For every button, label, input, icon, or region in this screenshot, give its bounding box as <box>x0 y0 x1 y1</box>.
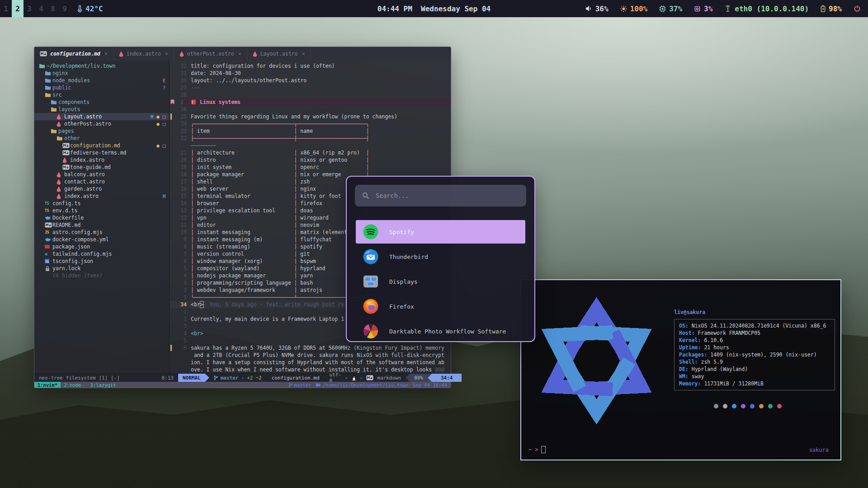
fetch-value: 11731MiB / 31280MiB <box>701 380 763 387</box>
brightness-widget[interactable]: 100% <box>620 5 648 13</box>
tree-item-fediverse-terms.md[interactable]: fediverse-terms.md <box>34 149 169 156</box>
workspace-3[interactable]: 3 <box>24 0 35 17</box>
tmux-window-1[interactable]: 1:nvim* <box>34 382 61 388</box>
close-icon[interactable]: × <box>238 51 241 57</box>
tree-item-index.astro[interactable]: index.astro <box>34 156 169 164</box>
gpu-widget[interactable]: 3% <box>694 5 712 13</box>
editor-line: 6sakura has a Ryzen 5 7640U, 32GB of DDR… <box>170 344 451 352</box>
close-icon[interactable]: × <box>165 51 168 57</box>
launcher-entry-firefox[interactable]: Firefox <box>356 295 525 318</box>
tree-item-contact.astro[interactable]: contact.astro <box>34 178 169 185</box>
tmux-window-3[interactable]: 3:lazygit <box>87 382 119 388</box>
fetch-label: Packages: <box>679 352 707 358</box>
tree-item-README.md[interactable]: README.md <box>34 221 169 229</box>
tree-item-config.ts[interactable]: TSconfig.ts <box>34 200 169 207</box>
tab-Layout.astro[interactable]: Layout.astro× <box>247 47 311 61</box>
tree-item--Development-liv.town[interactable]: ~/Development/liv.town <box>34 62 169 70</box>
tab-configuration.md[interactable]: configuration.md× <box>34 47 113 61</box>
tree-item-pages[interactable]: pages <box>34 127 169 135</box>
launcher-entry-spotify[interactable]: Spotify <box>356 220 525 244</box>
editor-line: ove. I use Nix when I need software with… <box>170 366 451 373</box>
close-icon[interactable]: × <box>302 51 305 57</box>
tree-item-otherPost.astro[interactable]: otherPost.astro●□ <box>34 120 169 127</box>
temperature-widget[interactable]: 42°C <box>77 5 103 13</box>
fetch-value: 6.10.6 <box>701 337 722 343</box>
tree-item-docker-compose.yml[interactable]: docker-compose.yml <box>34 236 169 243</box>
line-text: │ instant messaging │ matrix (element) │ <box>191 229 369 236</box>
tab-otherPost.astro[interactable]: otherPost.astro× <box>174 47 247 61</box>
tree-item-badges: ? <box>163 85 165 90</box>
astro-icon <box>57 121 64 127</box>
fetch-info-box: OS: NixOS 24.11.20240828.71e91c4 (Vicuna… <box>674 319 835 390</box>
workspace-2[interactable]: 2 <box>12 0 24 17</box>
launcher-entry-thunderbird[interactable]: Thunderbird <box>356 245 525 268</box>
power-button[interactable] <box>854 5 861 12</box>
tree-item-env.d.ts[interactable]: TSenv.d.ts <box>34 207 169 214</box>
editor-line: 31date: 2024-08-30 <box>170 70 451 77</box>
tree-item-configuration.md[interactable]: configuration.md●□ <box>34 142 169 149</box>
tree-item-Layout.astro[interactable]: Layout.astroH●□ <box>34 113 169 120</box>
tree-item--6-hidden-items-[interactable]: (6 hidden items) <box>34 272 169 279</box>
fetch-value: 1409 (nix-system), 2590 (nix-user) <box>707 352 816 358</box>
tree-item-package.json[interactable]: package.json <box>34 243 169 250</box>
fetch-label: Shell: <box>679 359 698 365</box>
battery-widget[interactable]: 98% <box>821 5 842 13</box>
line-number: 20 <box>170 156 187 164</box>
workspace-4[interactable]: 4 <box>35 0 47 17</box>
tmux-window-2[interactable]: 2:node- <box>61 382 87 388</box>
tab-label: otherPost.astro <box>187 51 234 57</box>
terminal-window[interactable]: liv@sakura OS: NixOS 24.11.20240828.71e9… <box>520 279 841 460</box>
md-icon <box>45 222 52 228</box>
tree-item-label: package.json <box>52 244 90 250</box>
tree-item-astro.config.mjs[interactable]: JSastro.config.mjs <box>34 229 169 236</box>
fetch-line-uptime: Uptime: 21 hours <box>679 344 830 351</box>
file-tree[interactable]: ~/Development/liv.townnginxnode_modulesE… <box>34 61 170 373</box>
astro-icon <box>57 179 64 185</box>
tab-index.astro[interactable]: index.astro× <box>113 47 174 61</box>
line-number: 21 <box>170 149 187 156</box>
workspace-1[interactable]: 1 <box>0 0 12 17</box>
launcher-search[interactable] <box>355 185 526 206</box>
tree-item-garden.astro[interactable]: garden.astro <box>34 185 169 192</box>
tree-item-label: components <box>58 99 90 105</box>
tree-item-layouts[interactable]: layouts <box>34 106 169 113</box>
fetch-value: 21 hours <box>701 344 729 351</box>
fetch-value: NixOS 24.11.20240828.71e91c4 (Vicuna) x8… <box>689 323 826 329</box>
cpu-widget[interactable]: 37% <box>659 5 682 13</box>
tree-item-label: pages <box>58 128 74 134</box>
astro-icon <box>57 114 64 120</box>
close-icon[interactable]: × <box>104 51 108 57</box>
tree-item-src[interactable]: src <box>34 91 169 99</box>
tree-item-label: public <box>52 84 71 91</box>
chevron-right-icon: › <box>241 375 245 381</box>
tree-item-tone-guide.md[interactable]: tone-guide.md <box>34 164 169 171</box>
tree-item-tsconfig.json[interactable]: TStsconfig.json <box>34 258 169 265</box>
workspace-9[interactable]: 9 <box>59 0 71 17</box>
launcher-entry-displays[interactable]: Displays <box>356 270 525 293</box>
tree-item-node-modules[interactable]: node_modulesE <box>34 77 169 84</box>
line-text: │ privilege escalation tool │ doas │ <box>191 207 369 214</box>
search-input[interactable] <box>375 192 519 200</box>
git-change-sign <box>170 345 172 351</box>
tree-item-components[interactable]: components <box>34 99 169 106</box>
tree-item-yarn.lock[interactable]: yarn.lock <box>34 265 169 272</box>
tree-item-nginx[interactable]: nginx <box>34 70 169 77</box>
tree-item-balcony.astro[interactable]: balcony.astro <box>34 171 169 178</box>
tree-item-label: astro.config.mjs <box>52 229 103 235</box>
volume-widget[interactable]: 36% <box>585 5 609 13</box>
launcher-entry-darktable[interactable]: Darktable Photo Workflow Software <box>356 319 525 342</box>
line-number: 17 <box>170 178 187 185</box>
workspace-8[interactable]: 8 <box>47 0 59 17</box>
fetch-user-host: liv@sakura <box>674 309 835 315</box>
network-widget[interactable]: eth0 (10.0.0.140) <box>724 5 809 13</box>
line-text: │ architecture │ x86_64 (rip m2 pro) │ <box>191 149 369 156</box>
md-icon <box>62 150 70 155</box>
tree-item-tailwind.config.mjs[interactable]: ≈tailwind.config.mjs <box>34 250 169 258</box>
tree-item-public[interactable]: public? <box>34 84 169 91</box>
tree-item-label: env.d.ts <box>52 207 77 214</box>
line-number: 5 <box>170 265 187 272</box>
tree-item-index.astro[interactable]: index.astroH <box>34 192 169 200</box>
shell-prompt[interactable]: ~ > <box>528 446 546 453</box>
tree-item-Dockerfile[interactable]: Dockerfile <box>34 214 169 221</box>
tree-item-other[interactable]: other <box>34 135 169 142</box>
